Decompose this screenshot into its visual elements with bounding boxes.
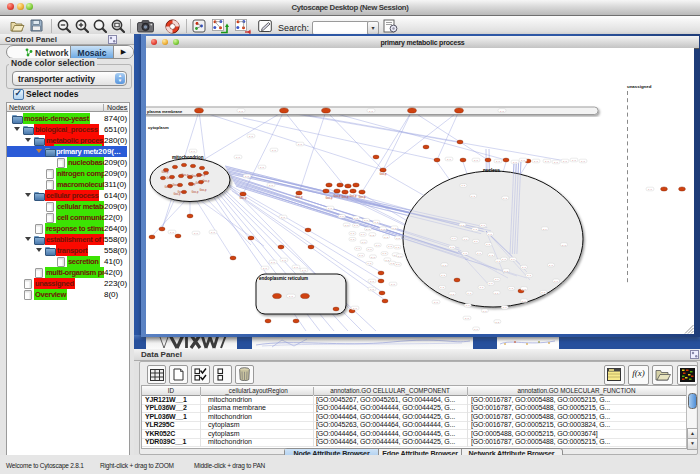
svg-text:[...]: [...] [503, 306, 507, 309]
svg-text:[...]: [...] [474, 159, 478, 162]
svg-text:[...]: [...] [260, 166, 264, 169]
svg-text:Gxx-p: Gxx-p [380, 172, 387, 176]
svg-text:Gxx-p: Gxx-p [326, 196, 333, 200]
svg-text:[...]: [...] [383, 252, 387, 255]
svg-text:[...]: [...] [474, 328, 478, 331]
svg-text:[...]: [...] [496, 160, 500, 163]
svg-text:[...]: [...] [581, 160, 585, 163]
svg-text:mitochondrion: mitochondrion [172, 155, 204, 160]
svg-text:[...]: [...] [371, 234, 375, 237]
svg-text:[...]: [...] [461, 224, 465, 227]
svg-text:[...]: [...] [375, 221, 379, 224]
svg-text:[...]: [...] [272, 149, 276, 152]
svg-text:[...]: [...] [269, 184, 273, 187]
svg-text:Gxx-p: Gxx-p [182, 173, 189, 177]
svg-text:[...]: [...] [487, 243, 491, 246]
svg-text:[...]: [...] [464, 238, 468, 241]
svg-text:[...]: [...] [534, 160, 538, 163]
svg-text:[...]: [...] [452, 237, 456, 240]
svg-text:[...]: [...] [497, 260, 501, 263]
svg-text:[...]: [...] [510, 287, 514, 290]
svg-text:[...]: [...] [354, 217, 358, 220]
svg-text:[...]: [...] [489, 282, 493, 285]
svg-text:[...]: [...] [281, 216, 285, 219]
svg-text:Gxx-p: Gxx-p [200, 188, 207, 192]
svg-text:Gxx-p: Gxx-p [167, 176, 174, 180]
svg-text:[...]: [...] [465, 317, 469, 320]
svg-text:[...]: [...] [370, 288, 374, 291]
svg-text:[...]: [...] [263, 267, 267, 270]
svg-text:[...]: [...] [468, 292, 472, 295]
svg-text:[...]: [...] [381, 228, 385, 231]
svg-text:[...]: [...] [447, 158, 451, 161]
svg-text:[...]: [...] [440, 286, 444, 289]
svg-text:[...]: [...] [170, 231, 174, 234]
svg-text:[...]: [...] [554, 280, 558, 283]
svg-text:[...]: [...] [495, 278, 499, 281]
svg-text:[...]: [...] [504, 270, 508, 273]
svg-text:[...]: [...] [511, 258, 515, 261]
svg-text:[...]: [...] [294, 266, 298, 269]
svg-text:[...]: [...] [236, 156, 240, 159]
svg-text:[...]: [...] [472, 195, 476, 198]
svg-text:[...]: [...] [369, 110, 373, 113]
svg-text:Gxx-p: Gxx-p [192, 190, 199, 194]
svg-text:plasma membrane: plasma membrane [147, 109, 183, 114]
svg-text:[...]: [...] [384, 236, 388, 239]
svg-text:[...]: [...] [351, 238, 355, 241]
svg-text:[...]: [...] [450, 246, 454, 249]
svg-text:[...]: [...] [298, 143, 302, 146]
svg-text:[...]: [...] [386, 259, 390, 262]
svg-text:[...]: [...] [500, 110, 504, 113]
svg-text:[...]: [...] [522, 300, 526, 303]
svg-text:[...]: [...] [356, 247, 360, 250]
svg-text:[...]: [...] [513, 161, 517, 164]
svg-text:[...]: [...] [490, 254, 494, 257]
svg-text:[...]: [...] [388, 245, 392, 248]
svg-text:[...]: [...] [191, 150, 195, 153]
svg-text:Gxx-p: Gxx-p [350, 194, 357, 198]
svg-text:[...]: [...] [353, 307, 357, 310]
svg-text:[...]: [...] [477, 252, 481, 255]
svg-text:Gxx-p: Gxx-p [342, 195, 349, 199]
svg-text:[...]: [...] [554, 161, 558, 164]
svg-text:[...]: [...] [543, 228, 547, 231]
svg-text:[...]: [...] [393, 227, 397, 230]
svg-text:[...]: [...] [396, 246, 400, 249]
svg-text:[...]: [...] [483, 310, 487, 313]
svg-text:[...]: [...] [289, 295, 293, 298]
svg-text:endoplasmic reticulum: endoplasmic reticulum [259, 276, 308, 281]
svg-text:[...]: [...] [502, 258, 506, 261]
svg-text:[...]: [...] [398, 255, 402, 258]
svg-text:[...]: [...] [211, 231, 215, 234]
svg-text:[...]: [...] [488, 233, 492, 236]
svg-text:[...]: [...] [522, 288, 526, 291]
svg-text:[...]: [...] [302, 269, 306, 272]
svg-text:[...]: [...] [249, 135, 253, 138]
svg-text:[...]: [...] [328, 207, 332, 210]
svg-text:[...]: [...] [480, 286, 484, 289]
svg-text:[...]: [...] [527, 274, 531, 277]
svg-text:[...]: [...] [434, 301, 438, 304]
svg-text:[...]: [...] [245, 175, 249, 178]
svg-text:[...]: [...] [396, 237, 400, 240]
svg-text:[...]: [...] [563, 160, 567, 163]
svg-text:unassigned: unassigned [627, 84, 652, 89]
svg-text:Gxx-p: Gxx-p [178, 190, 185, 194]
svg-text:[...]: [...] [562, 244, 566, 247]
svg-text:[...]: [...] [362, 241, 366, 244]
svg-text:Gxx-p: Gxx-p [173, 183, 180, 187]
svg-text:[...]: [...] [474, 240, 478, 243]
svg-text:[...]: [...] [368, 262, 372, 265]
svg-text:Gxx-p: Gxx-p [359, 195, 366, 199]
svg-text:[...]: [...] [361, 233, 365, 236]
svg-text:[...]: [...] [391, 283, 395, 286]
svg-text:Gxx-p: Gxx-p [199, 173, 206, 177]
svg-text:[...]: [...] [282, 259, 286, 262]
svg-text:[...]: [...] [351, 232, 355, 235]
svg-text:[...]: [...] [443, 264, 447, 267]
svg-text:nucleus: nucleus [483, 168, 501, 173]
svg-text:Gxx-p: Gxx-p [203, 179, 210, 183]
svg-text:[...]: [...] [396, 263, 400, 266]
svg-text:Gxx-p: Gxx-p [296, 195, 303, 199]
